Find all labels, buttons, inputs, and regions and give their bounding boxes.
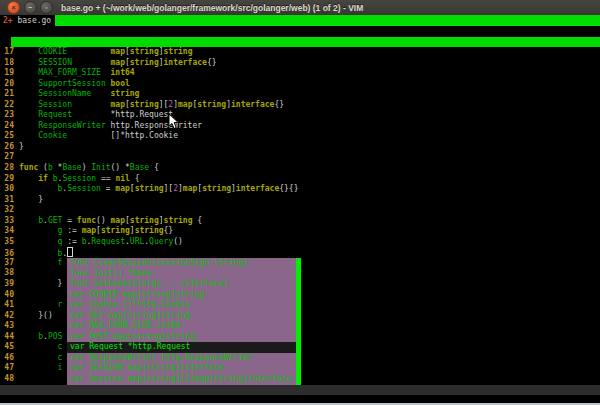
mbe-statusline-bar: [11, 37, 600, 48]
code-line-24: 24 ResponseWriter http.ResponseWriter: [0, 121, 600, 132]
completion-item[interactable]: var SESSION map[string]interface: [67, 363, 296, 374]
tab-label[interactable]: 2+ base.go: [0, 15, 55, 26]
code-token: {}: [164, 226, 174, 235]
code-token: [19, 342, 58, 351]
code-token: string: [111, 89, 140, 98]
completion-popup: func ClearSession(sessionSign string)fun…: [67, 258, 301, 395]
completion-item[interactable]: var Cookie []*http.Cookie: [67, 300, 296, 311]
code-token: {: [149, 163, 159, 172]
code-token: interface: [231, 100, 274, 109]
code-token: interface: [164, 58, 207, 67]
code-token: [67, 131, 110, 140]
code-token: string: [135, 184, 164, 193]
code-token: string: [135, 226, 164, 235]
code-token: }: [19, 195, 43, 204]
completion-item[interactable]: var POST map[string]string: [67, 332, 296, 343]
completion-item[interactable]: var COOKIE map[string]string: [67, 290, 296, 301]
code-token: [19, 121, 38, 130]
code-line-29: 29 if b.Session == nil {: [0, 174, 600, 185]
close-icon[interactable]: ×: [7, 1, 20, 14]
code-line-25: 25 Cookie []*http.Cookie: [0, 131, 600, 142]
code-token: [91, 89, 110, 98]
code-token: map: [111, 47, 125, 56]
code-line-27: 27: [0, 152, 600, 163]
code-token: [19, 300, 58, 309]
line-number: 42: [0, 311, 14, 322]
line-number: 28: [0, 163, 14, 174]
minimize-icon[interactable]: −: [24, 1, 37, 14]
completion-item[interactable]: var MAX_FORM_SIZE int64: [67, 321, 296, 332]
code-token: map: [115, 184, 129, 193]
code-token: [19, 216, 38, 225]
line-number: 29: [0, 174, 14, 185]
code-token: int64: [111, 68, 135, 77]
code-token: r: [58, 300, 63, 309]
completion-item-selected[interactable]: var Request *http.Request: [67, 342, 296, 353]
code-token: ][: [159, 100, 169, 109]
line-number: 31: [0, 195, 14, 206]
line-number: 25: [0, 131, 14, 142]
code-token: interface: [236, 184, 279, 193]
vim-tabline: 2+ base.go: [0, 15, 600, 26]
code-token: SessionName: [38, 89, 91, 98]
code-line-22: 22 Session map[string][2]map[string]inte…: [0, 100, 600, 111]
code-token: :=: [62, 237, 81, 246]
line-number: 26: [0, 142, 14, 153]
code-token: [72, 58, 111, 67]
completion-item[interactable]: var GET map[string]string: [67, 311, 296, 322]
code-token: [19, 58, 38, 67]
code-token: SESSION: [38, 58, 72, 67]
popup-scrollbar[interactable]: [296, 258, 301, 395]
line-number: 34: [0, 226, 14, 237]
line-number: 41: [0, 300, 14, 311]
code-token: [67, 47, 110, 56]
code-token: http.ResponseWriter: [111, 121, 203, 130]
code-token: string: [130, 216, 159, 225]
window-title: base.go + (~/work/web/golanger/framework…: [61, 3, 363, 13]
file-statusline: 1 ~/work/we go,utf-8,unix] 0x0 36,11-24 …: [0, 385, 600, 396]
code-token: *: [53, 163, 63, 172]
completion-item[interactable]: func SetCookie(args ...interface): [67, 279, 296, 290]
text-cursor: [67, 247, 73, 257]
line-number: 36: [0, 249, 14, 258]
code-token: [101, 68, 111, 77]
code-token: [19, 249, 58, 258]
code-line-18: 18 SESSION map[string]interface{}: [0, 58, 600, 69]
maximize-icon[interactable]: ▫: [40, 1, 53, 14]
code-token: ResponseWriter: [38, 121, 105, 130]
code-token: func: [77, 216, 96, 225]
code-token: nil: [115, 174, 129, 183]
code-token: c: [58, 353, 63, 362]
code-token: [19, 47, 38, 56]
code-token: [19, 258, 58, 267]
code-token: string: [101, 226, 130, 235]
code-token: Cookie: [38, 131, 67, 140]
completion-item[interactable]: var ResponseWriter http.ResponseWriter: [67, 353, 296, 364]
code-token: ][: [164, 184, 174, 193]
tabline-fill: [55, 15, 600, 26]
code-token: string: [130, 47, 159, 56]
completion-item[interactable]: func Init() *Base: [67, 269, 296, 280]
line-number: 17: [0, 47, 14, 58]
code-token: [19, 100, 38, 109]
code-token: string: [130, 100, 159, 109]
code-token: [19, 131, 38, 140]
line-number: 23: [0, 110, 14, 121]
code-token: POS: [48, 332, 62, 341]
code-token: =: [62, 216, 76, 225]
mouse-cursor: [168, 114, 180, 134]
tab-file-name: base.go: [13, 16, 52, 25]
code-token: string: [197, 100, 226, 109]
line-number: 21: [0, 89, 14, 100]
completion-item[interactable]: func ClearSession(sessionSign string): [67, 258, 296, 269]
line-number: 20: [0, 79, 14, 90]
completion-item[interactable]: var Session map[string][2]map[string]int…: [67, 374, 296, 385]
code-token: }: [19, 279, 62, 288]
line-number: 48: [0, 374, 14, 385]
code-token: MAX_FORM_SIZE: [38, 68, 101, 77]
code-token: Init: [91, 163, 110, 172]
code-token: map: [111, 216, 125, 225]
code-token: [19, 226, 58, 235]
line-number: 37: [0, 258, 14, 269]
code-token: COOKIE: [38, 47, 67, 56]
